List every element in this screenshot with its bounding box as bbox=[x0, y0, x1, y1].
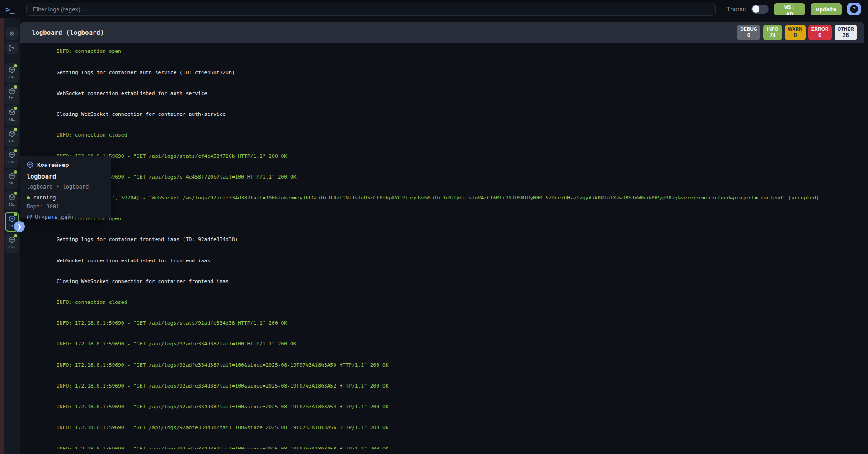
log-line: INFO: connection open bbox=[26, 208, 864, 229]
sidebar-container-item[interactable]: us… bbox=[5, 233, 19, 253]
log-line: INFO: 172.18.0.1:59690 - "GET /api/logs/… bbox=[26, 376, 864, 397]
container-cube-icon bbox=[9, 236, 15, 243]
container-label: ka… bbox=[8, 117, 15, 122]
running-status-dot bbox=[14, 234, 17, 237]
running-status-dot bbox=[14, 128, 17, 131]
log-line-text: WebSocket connection established for fro… bbox=[57, 258, 210, 264]
sidebar-divider bbox=[6, 59, 18, 59]
running-status-dot bbox=[14, 107, 17, 110]
sidebar-container-item[interactable]: fr… bbox=[5, 84, 19, 104]
open-site-link[interactable]: Открыть сайт bbox=[27, 214, 104, 220]
log-line: Closing WebSocket connection for contain… bbox=[26, 104, 864, 125]
level-badges: DEBUG 0 INFO 74 WARN 0 ERROR 0 OTHER 26 bbox=[737, 25, 857, 40]
tooltip-port: Порт: 9001 bbox=[27, 203, 104, 210]
container-tooltip: Контейнер logboard logboard • logboard r… bbox=[20, 156, 111, 218]
log-line: WebSocket connection established for aut… bbox=[26, 83, 864, 104]
sidebar-container-item[interactable]: re… bbox=[5, 169, 19, 189]
log-line: INFO: connection open bbox=[26, 43, 864, 62]
logout-button[interactable] bbox=[5, 42, 18, 54]
container-cube-icon bbox=[9, 194, 15, 201]
badge-count: 74 bbox=[769, 32, 775, 38]
log-line-text: INFO: ('172.18.0.1', 59704) - "WebSocket… bbox=[57, 195, 819, 201]
badge-count: 0 bbox=[747, 32, 750, 38]
open-site-label: Открыть сайт bbox=[35, 214, 74, 220]
log-line-text: INFO: 172.18.0.1:59690 - "GET /api/logs/… bbox=[57, 320, 287, 326]
sidebar-container-item[interactable]: au… bbox=[5, 63, 19, 83]
ws-status-button[interactable]: ws: on bbox=[774, 3, 805, 15]
sidebar-container-item[interactable]: ka… bbox=[5, 105, 19, 125]
log-line: INFO: 172.18.0.1:59690 - "GET /api/logs/… bbox=[26, 166, 864, 187]
badge-label: WARN bbox=[788, 27, 802, 32]
external-link-icon bbox=[27, 214, 32, 220]
container-label: po… bbox=[8, 160, 15, 164]
help-button[interactable]: ? bbox=[847, 3, 861, 15]
log-line: INFO: connection closed bbox=[26, 125, 864, 146]
log-line: WebSocket connection established for fro… bbox=[26, 250, 864, 271]
log-line-text: INFO: 172.18.0.1:59690 - "GET /api/logs/… bbox=[57, 404, 389, 410]
question-mark-icon: ? bbox=[850, 5, 858, 13]
badge-count: 0 bbox=[794, 32, 797, 38]
container-label: re… bbox=[8, 181, 15, 185]
container-label: fr… bbox=[8, 96, 15, 100]
log-line: INFO: 172.18.0.1:59690 - "GET /api/logs/… bbox=[26, 146, 864, 166]
panel-title: logboard (logboard) bbox=[32, 29, 104, 36]
filter-logs-input[interactable] bbox=[26, 3, 716, 16]
container-cube-icon bbox=[9, 109, 15, 116]
sidebar-container-item[interactable]: ka… bbox=[5, 127, 19, 147]
log-line: Getting logs for container frontend-iaas… bbox=[26, 229, 864, 250]
tooltip-status: running bbox=[33, 194, 56, 201]
running-status-dot bbox=[14, 213, 17, 216]
log-line-text: Closing WebSocket connection for contain… bbox=[57, 111, 226, 117]
log-line: INFO: 172.18.0.1:59690 - "GET /api/logs/… bbox=[26, 397, 864, 417]
running-status-dot bbox=[27, 196, 30, 199]
log-line-text: Getting logs for container frontend-iaas… bbox=[57, 236, 238, 242]
container-cube-icon bbox=[9, 88, 15, 95]
sidebar-container-item[interactable]: zo… bbox=[5, 190, 19, 210]
page-edge-strip bbox=[0, 18, 4, 454]
log-line-text: INFO: connection closed bbox=[57, 299, 127, 305]
logout-icon bbox=[9, 45, 15, 51]
theme-toggle-knob bbox=[752, 5, 760, 13]
log-line: Getting logs for container auth-service … bbox=[26, 62, 864, 83]
settings-button[interactable]: ⚙ bbox=[5, 27, 18, 40]
container-cube-icon bbox=[9, 130, 15, 137]
theme-label: Theme bbox=[726, 5, 746, 13]
running-status-dot bbox=[14, 170, 17, 174]
update-button[interactable]: update bbox=[811, 3, 842, 15]
container-label: au… bbox=[8, 75, 15, 79]
badge-label: INFO bbox=[767, 27, 778, 32]
running-status-dot bbox=[14, 64, 17, 67]
log-line: INFO: 172.18.0.1:59690 - "GET /api/logs/… bbox=[26, 417, 864, 438]
badge-label: DEBUG bbox=[740, 27, 757, 32]
container-cube-icon bbox=[9, 173, 15, 180]
log-line: Closing WebSocket connection for contain… bbox=[26, 271, 864, 292]
badge-label: OTHER bbox=[838, 27, 854, 32]
sidebar-expand-button[interactable]: ❯ bbox=[14, 221, 25, 232]
log-line: INFO: 172.18.0.1:59690 - "GET /api/logs/… bbox=[26, 334, 864, 355]
level-badge[interactable]: ERROR 0 bbox=[808, 25, 832, 40]
log-line: INFO: connection closed bbox=[26, 292, 864, 313]
log-scroll: INFO: connection open Getting logs for c… bbox=[26, 43, 864, 449]
log-line-text: INFO: 172.18.0.1:59690 - "GET /api/logs/… bbox=[57, 341, 297, 347]
level-badge[interactable]: OTHER 26 bbox=[835, 25, 858, 40]
log-panel: logboard (logboard) DEBUG 0 INFO 74 WARN… bbox=[20, 22, 864, 449]
tooltip-container-name: logboard bbox=[27, 173, 104, 180]
log-line: INFO: ('172.18.0.1', 59704) - "WebSocket… bbox=[26, 188, 864, 208]
container-label: zo… bbox=[8, 202, 15, 207]
theme-toggle[interactable] bbox=[751, 5, 769, 14]
gear-icon: ⚙ bbox=[9, 30, 14, 37]
level-badge[interactable]: INFO 74 bbox=[763, 25, 782, 40]
log-line-text: Closing WebSocket connection for contain… bbox=[57, 279, 229, 284]
log-output[interactable]: INFO: connection open Getting logs for c… bbox=[20, 43, 864, 449]
sidebar: ⚙ au… fr… bbox=[4, 18, 20, 454]
panel-header: logboard (logboard) DEBUG 0 INFO 74 WARN… bbox=[20, 22, 864, 43]
badge-count: 0 bbox=[818, 32, 821, 38]
log-line-text: INFO: connection closed bbox=[57, 132, 127, 138]
level-badge[interactable]: DEBUG 0 bbox=[737, 25, 760, 40]
badge-label: ERROR bbox=[811, 27, 829, 32]
running-status-dot bbox=[14, 149, 17, 152]
container-label: ka… bbox=[8, 138, 15, 143]
sidebar-container-item[interactable]: po… bbox=[5, 148, 19, 168]
log-line-text: INFO: 172.18.0.1:59690 - "GET /api/logs/… bbox=[57, 383, 389, 389]
level-badge[interactable]: WARN 0 bbox=[785, 25, 806, 40]
